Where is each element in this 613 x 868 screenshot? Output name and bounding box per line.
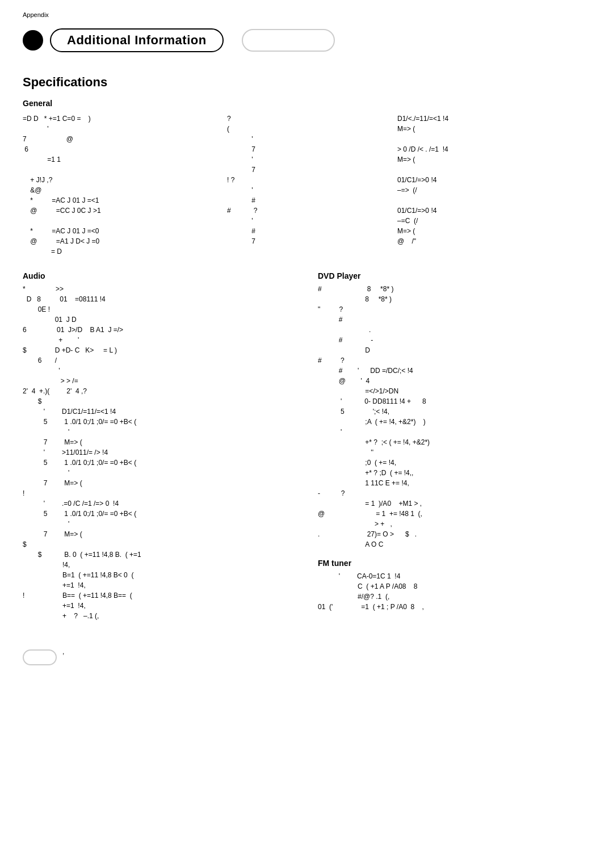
general-col3: D1/<./=11/=<1 !4 M=> ( > 0 /D /< . /=1 !… <box>397 114 590 257</box>
audio-content: * >> D 8 01 =08111 !4 0E ! 01 J D 6 01 J… <box>23 284 295 621</box>
footer-comma: , <box>62 648 64 656</box>
audio-section: Audio * >> D 8 01 =08111 !4 0E ! 01 J D … <box>23 266 295 621</box>
appendix-label: Appendix <box>23 11 49 18</box>
footer-row: , <box>23 638 590 665</box>
footer-pill <box>23 649 57 665</box>
general-heading: General <box>23 99 590 108</box>
specs-title: Specifications <box>23 75 590 90</box>
section-title-pill: Additional Information <box>50 28 224 52</box>
general-section: General =D D * +=1 C=0 = ) ' 7 @ 6 =1 1 … <box>23 99 590 257</box>
fm-section: FM tuner ' CA-0=1C 1 !4 C ( +1 A P /A08 … <box>318 559 590 612</box>
right-sections: DVD Player # 8 *8* ) 8 *8* ) " ? # . # - <box>318 266 590 621</box>
dvd-section: DVD Player # 8 *8* ) 8 *8* ) " ? # . # - <box>318 271 590 550</box>
dvd-content: # 8 *8* ) 8 *8* ) " ? # . # - D # ? <box>318 284 590 550</box>
black-circle-decoration <box>23 30 43 51</box>
dvd-heading: DVD Player <box>318 271 590 280</box>
general-col1: =D D * +=1 C=0 = ) ' 7 @ 6 =1 1 + J!J ,?… <box>23 114 216 257</box>
fm-content: ' CA-0=1C 1 !4 C ( +1 A P /A08 8 #/@? .1… <box>318 571 590 612</box>
general-grid: =D D * +=1 C=0 = ) ' 7 @ 6 =1 1 + J!J ,?… <box>23 114 590 257</box>
general-col2: ? ( ' 7 ' 7 ! ? ' # # ? ' # 7 <box>227 114 386 257</box>
fm-heading: FM tuner <box>318 559 590 568</box>
secondary-pill <box>242 29 335 52</box>
audio-heading: Audio <box>23 271 295 280</box>
